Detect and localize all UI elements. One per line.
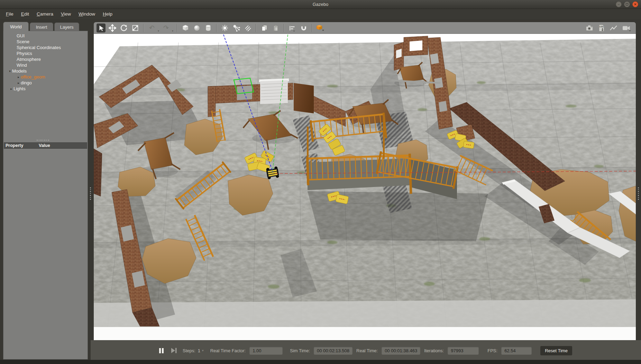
align-button[interactable]: [288, 24, 297, 32]
door-panel: [294, 83, 314, 113]
rtf-label: Real Time Factor:: [210, 348, 246, 353]
screenshot-camera-icon[interactable]: [585, 24, 594, 32]
fps-label: FPS:: [487, 348, 497, 353]
align-icon: [289, 24, 296, 32]
steps-label: Steps:: [183, 348, 195, 353]
menu-bar: File Edit Camera View Window Help: [0, 9, 641, 19]
paste-button[interactable]: [271, 24, 280, 32]
cylinder-icon: [204, 24, 212, 32]
toolbar-separator: [284, 24, 284, 32]
box-icon: [182, 24, 189, 32]
directional-light-button[interactable]: [243, 24, 252, 32]
point-light-button[interactable]: [220, 24, 229, 32]
view-angle-button[interactable]: [316, 24, 325, 32]
menu-edit[interactable]: Edit: [17, 10, 33, 18]
world-panel: GUI Scene Spherical Coordinates Physics …: [3, 31, 88, 360]
undo-button[interactable]: ↶: [147, 24, 156, 32]
rtf-field[interactable]: 1.00: [249, 347, 283, 355]
simulation-status-bar: Steps: 1 ▾ Real Time Factor: 1.00 Sim Ti…: [91, 340, 641, 360]
rotate-tool-button[interactable]: [119, 24, 128, 32]
sim-time-field[interactable]: 00 00:02:13.508: [314, 347, 352, 355]
maximize-button[interactable]: [624, 1, 630, 7]
translate-tool-button[interactable]: [108, 24, 117, 32]
steps-value: 1: [198, 348, 200, 353]
toolbar-separator: [177, 24, 177, 32]
tree-item-spherical-coordinates[interactable]: Spherical Coordinates: [3, 45, 88, 50]
spot-light-button[interactable]: [232, 24, 241, 32]
toolbar-separator: [312, 24, 312, 32]
tree-item-lights[interactable]: ▸ Lights: [3, 86, 88, 92]
select-tool-button[interactable]: [97, 24, 106, 32]
menu-camera[interactable]: Camera: [33, 10, 57, 18]
expander-right-icon[interactable]: ▸: [16, 81, 21, 85]
property-table-header: Property Value: [4, 142, 87, 149]
directional-light-icon: [244, 24, 251, 32]
paste-icon: [272, 24, 280, 32]
white-panel: [259, 78, 289, 104]
video-record-icon[interactable]: [622, 24, 632, 32]
expander-down-icon[interactable]: ▾: [8, 69, 12, 73]
render-viewport[interactable]: [94, 34, 636, 340]
title-bar: Gazebo – ✕: [0, 0, 641, 9]
close-button[interactable]: ✕: [632, 1, 638, 7]
tab-world[interactable]: World: [3, 22, 29, 31]
scale-arrows-icon: [131, 24, 139, 32]
toolbar-separator: [216, 24, 217, 32]
magnet-icon: [300, 24, 308, 32]
right-splitter-handle[interactable]: [638, 187, 639, 200]
cursor-arrow-icon: [97, 24, 105, 32]
real-time-field[interactable]: 00 00:01:38.463: [382, 347, 420, 355]
tree-item-atmosphere[interactable]: Atmosphere: [3, 56, 88, 62]
tree-item-wind[interactable]: Wind: [3, 62, 88, 68]
step-button[interactable]: [171, 347, 177, 354]
minimize-button[interactable]: –: [616, 1, 622, 7]
menu-help[interactable]: Help: [99, 10, 116, 18]
tab-insert[interactable]: Insert: [30, 22, 53, 31]
tab-layers[interactable]: Layers: [54, 22, 79, 31]
menu-window[interactable]: Window: [75, 10, 99, 18]
redo-icon: ↷: [163, 24, 169, 32]
view-cube-icon: [316, 24, 325, 32]
snap-button[interactable]: [299, 24, 308, 32]
svg-text:LOG: LOG: [599, 26, 604, 28]
pause-icon: [159, 348, 161, 353]
rotate-arrows-icon: [120, 24, 128, 32]
undo-history-caret-icon[interactable]: ▾: [158, 29, 159, 34]
copy-button[interactable]: [260, 24, 269, 32]
menu-view[interactable]: View: [57, 10, 75, 18]
insert-box-button[interactable]: [181, 24, 190, 32]
expander-right-icon[interactable]: ▸: [9, 87, 13, 91]
toolbar-right-group: LOG: [585, 22, 632, 34]
insert-cylinder-button[interactable]: [204, 24, 213, 32]
plot-icon[interactable]: [610, 24, 618, 32]
iterations-field[interactable]: 97993: [448, 347, 479, 355]
log-record-icon[interactable]: LOG: [598, 24, 605, 32]
redo-history-caret-icon[interactable]: ▾: [172, 29, 173, 34]
expander-right-icon[interactable]: ▸: [16, 75, 21, 79]
iterations-label: Iterations:: [424, 348, 444, 353]
scale-tool-button[interactable]: [131, 24, 140, 32]
menu-file[interactable]: File: [2, 10, 17, 18]
reset-time-button[interactable]: Reset Time: [540, 346, 572, 355]
tree-item-physics[interactable]: Physics: [3, 50, 88, 56]
value-column-header: Value: [39, 143, 50, 148]
sphere-icon: [193, 24, 201, 32]
maximize-icon: [626, 3, 628, 6]
pause-icon: [162, 348, 164, 353]
move-arrows-icon: [109, 24, 116, 32]
tree-item-models[interactable]: ▾ Models: [3, 68, 88, 74]
tree-item-scene[interactable]: Scene: [3, 39, 88, 45]
left-splitter-handle[interactable]: [90, 187, 91, 200]
toolbar-separator: [256, 24, 256, 32]
redo-button[interactable]: ↷: [162, 24, 171, 32]
bottom-edge: [0, 360, 641, 364]
tree-item-dingo[interactable]: ▸ dingo: [3, 80, 88, 86]
panel-splitter[interactable]: [37, 140, 49, 141]
tree-item-gui[interactable]: GUI: [3, 33, 88, 39]
spot-light-icon: [232, 24, 240, 32]
pause-button[interactable]: [159, 348, 165, 353]
tree-item-office-geom[interactable]: ▸ office_geom: [3, 74, 88, 80]
fps-field[interactable]: 62.54: [501, 347, 532, 355]
steps-dropdown-caret-icon[interactable]: ▾: [202, 349, 204, 352]
insert-sphere-button[interactable]: [192, 24, 201, 32]
